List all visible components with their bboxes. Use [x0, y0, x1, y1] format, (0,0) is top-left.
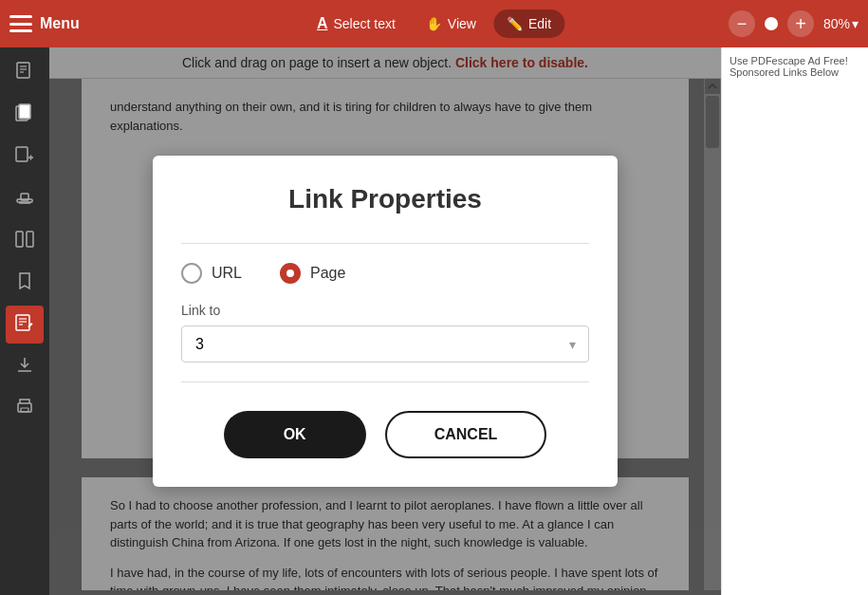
- zoom-out-button[interactable]: −: [729, 10, 755, 37]
- svg-rect-12: [16, 232, 23, 247]
- radio-url-circle[interactable]: [181, 263, 202, 284]
- sidebar-item-add[interactable]: [6, 139, 44, 177]
- toolbar-right: − + 80% ▾: [729, 10, 859, 37]
- zoom-dot: [765, 17, 778, 30]
- modal-dialog: Link Properties URL Page Link to 1: [153, 156, 618, 487]
- add-page-icon: [14, 145, 35, 171]
- right-panel: Use PDFescape Ad Free! Sponsored Links B…: [721, 47, 868, 595]
- view-button[interactable]: ✋ View: [413, 9, 489, 38]
- form-edit-icon: [14, 312, 35, 338]
- radio-page[interactable]: Page: [280, 263, 345, 284]
- ad-text: Use PDFescape Ad Free! Sponsored Links B…: [729, 55, 860, 78]
- toolbar: Menu A Select text ✋ View ✏️ Edit − + 80…: [0, 0, 868, 47]
- svg-rect-13: [27, 232, 33, 247]
- radio-url[interactable]: URL: [181, 263, 242, 284]
- zoom-level[interactable]: 80% ▾: [823, 16, 859, 31]
- modal-divider-bottom: [181, 381, 589, 382]
- print-icon: [14, 396, 35, 421]
- columns-icon: [14, 229, 35, 254]
- select-text-icon: A: [317, 15, 328, 32]
- radio-url-label: URL: [212, 265, 242, 282]
- bookmark-icon: [14, 270, 35, 296]
- edit-icon: ✏️: [507, 16, 523, 31]
- modal-actions: OK CANCEL: [181, 411, 589, 458]
- select-text-label: Select text: [333, 16, 395, 31]
- link-to-select[interactable]: 1 2 3 4 5: [181, 325, 589, 363]
- hamburger-icon[interactable]: [9, 15, 32, 32]
- sidebar-item-stamp[interactable]: [6, 180, 44, 218]
- content-area: Click and drag on page to insert a new o…: [49, 47, 721, 595]
- sidebar-item-form[interactable]: [6, 306, 44, 344]
- sidebar-item-document[interactable]: [6, 55, 44, 93]
- stamp-icon: [14, 187, 35, 213]
- edit-button[interactable]: ✏️ Edit: [493, 9, 564, 38]
- menu-label: Menu: [40, 15, 80, 32]
- zoom-in-button[interactable]: +: [787, 10, 814, 37]
- sidebar: [0, 47, 49, 595]
- modal-divider: [181, 243, 589, 244]
- sidebar-item-download[interactable]: [6, 347, 44, 385]
- main-area: Click and drag on page to insert a new o…: [0, 47, 868, 595]
- sidebar-item-bookmark[interactable]: [6, 264, 44, 302]
- select-text-button[interactable]: A Select text: [304, 9, 409, 38]
- radio-page-label: Page: [310, 265, 345, 282]
- edit-label: Edit: [528, 16, 551, 31]
- radio-group: URL Page: [181, 263, 589, 284]
- document-icon: [14, 62, 35, 87]
- view-icon: ✋: [426, 16, 442, 31]
- zoom-chevron: ▾: [852, 16, 859, 31]
- modal-overlay: Link Properties URL Page Link to 1: [49, 47, 721, 595]
- svg-rect-0: [17, 63, 29, 78]
- toolbar-center: A Select text ✋ View ✏️ Edit: [304, 9, 564, 38]
- radio-page-circle[interactable]: [280, 263, 301, 284]
- svg-rect-6: [16, 147, 28, 161]
- svg-rect-5: [19, 104, 30, 119]
- sidebar-item-layout[interactable]: [6, 222, 44, 260]
- cancel-button[interactable]: CANCEL: [385, 411, 547, 458]
- ok-button[interactable]: OK: [224, 411, 366, 458]
- pages-icon: [14, 103, 35, 129]
- link-to-label: Link to: [181, 303, 589, 318]
- toolbar-left: Menu: [9, 15, 80, 32]
- modal-title: Link Properties: [181, 184, 589, 214]
- sidebar-item-pages[interactable]: [6, 97, 44, 135]
- select-wrapper: 1 2 3 4 5 ▾: [181, 325, 589, 363]
- download-icon: [14, 354, 35, 380]
- sidebar-item-print[interactable]: [6, 389, 44, 427]
- view-label: View: [448, 16, 476, 31]
- svg-rect-14: [16, 315, 29, 330]
